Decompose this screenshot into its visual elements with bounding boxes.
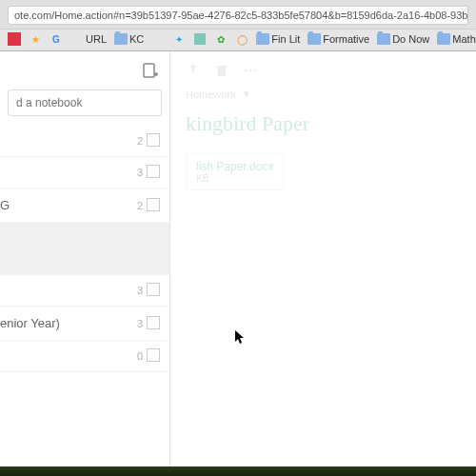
note-toolbar (186, 63, 461, 78)
svg-rect-0 (144, 64, 154, 77)
bookmark-label: URL (86, 33, 107, 45)
bookmark-item[interactable] (191, 31, 208, 47)
apple-red-icon (151, 32, 165, 46)
folder-icon (437, 32, 450, 46)
folder-icon (377, 32, 390, 46)
stack-icon (149, 135, 160, 147)
star-yellow-icon: ★ (29, 32, 42, 46)
svg-point-6 (249, 69, 252, 72)
stack-icon (149, 200, 160, 211)
stack-icon (149, 167, 160, 178)
search-wrap (0, 86, 169, 126)
app: 23G23enior Year)30 Homework ▾ kingbird P… (0, 51, 476, 474)
notebook-item[interactable] (0, 223, 169, 275)
notebook-count: 3 (137, 318, 143, 329)
stack-icon (149, 285, 160, 296)
address-bar[interactable]: ote.com/Home.action#n=39b51397-95ae-4276… (8, 6, 468, 25)
note-main: Homework ▾ kingbird Paper lish Paper.doc… (170, 51, 476, 474)
bookmark-item[interactable]: ◯ (233, 31, 250, 47)
address-row: ote.com/Home.action#n=39b51397-95ae-4276… (0, 0, 476, 29)
mouse-cursor (235, 330, 247, 348)
twitter-blue-icon: ✦ (172, 32, 186, 46)
bookmark-item[interactable] (149, 31, 167, 47)
svg-rect-4 (217, 66, 227, 68)
attachment-size: KB (196, 173, 273, 184)
stack-icon (149, 350, 160, 362)
notebook-count: 3 (137, 167, 143, 178)
bookmark-label: Math (452, 33, 475, 45)
attachment-card[interactable]: lish Paper.docx KB (186, 153, 284, 190)
bookmark-item[interactable]: URL (69, 31, 109, 47)
bookmark-label: Fin Lit (271, 33, 300, 45)
svg-point-7 (254, 69, 257, 72)
bookmark-item[interactable]: ✿ (212, 31, 229, 47)
note-header: Homework ▾ kingbird Paper lish Paper.doc… (170, 51, 476, 196)
bookmark-item[interactable] (6, 31, 23, 47)
notebook-item[interactable]: 3 (0, 275, 169, 307)
leaf-green-icon: ✿ (214, 32, 228, 46)
svg-rect-3 (218, 68, 226, 76)
stack-icon (149, 318, 160, 329)
trash-icon[interactable] (214, 63, 229, 78)
notebook-search-input[interactable] (8, 89, 162, 116)
circle-orange-icon: ◯ (235, 32, 248, 46)
notebook-label: G (0, 198, 10, 212)
notebook-item[interactable]: G2 (0, 188, 169, 223)
notebook-count: 2 (137, 200, 143, 211)
new-notebook-icon[interactable] (141, 61, 160, 80)
note-green-icon (193, 32, 207, 46)
notebook-count: 3 (137, 285, 143, 296)
notebook-item[interactable]: enior Year)3 (0, 307, 169, 341)
notebook-item[interactable]: 3 (0, 157, 169, 188)
bookmark-label: Do Now (392, 33, 429, 45)
bookmarks-bar: ★GURLKC✦✿◯Fin LitFormativeDo NowMathCPS (0, 29, 476, 50)
notebook-item[interactable]: 0 (0, 341, 169, 372)
notebook-meta: 3 (137, 318, 160, 329)
more-icon[interactable] (243, 63, 258, 78)
folder-icon (256, 32, 269, 46)
bookmark-item[interactable]: ✦ (170, 31, 188, 47)
bookmark-label: Formative (323, 33, 369, 45)
bookmark-item[interactable]: KC (112, 31, 146, 47)
desktop-background (0, 466, 476, 476)
notebook-list: 23G23enior Year)30 (0, 126, 169, 474)
note-title[interactable]: kingbird Paper (186, 111, 461, 136)
notebook-meta: 2 (137, 200, 160, 211)
folder-icon (307, 32, 321, 46)
bookmark-item[interactable]: Math (435, 31, 476, 47)
notebook-count: 0 (137, 350, 143, 362)
bookmark-item[interactable]: Do Now (375, 31, 431, 47)
google-multi-icon: G (50, 32, 63, 46)
notebook-crumb: Homework (186, 89, 236, 100)
attachment-name: lish Paper.docx (196, 160, 273, 173)
notebook-meta: 3 (137, 167, 160, 178)
bookmark-item[interactable]: Fin Lit (254, 31, 302, 47)
folder-icon (114, 32, 128, 46)
notebook-label: enior Year) (0, 316, 60, 330)
chevron-down-icon: ▾ (244, 88, 249, 100)
notebook-item[interactable]: 2 (0, 126, 169, 157)
notebook-count: 2 (137, 135, 143, 147)
sidebar-top (0, 51, 169, 86)
grid-red-icon (8, 32, 21, 46)
bookmark-item[interactable]: G (48, 31, 65, 47)
notebook-meta: 3 (137, 285, 160, 296)
text-icon (70, 32, 84, 46)
note-breadcrumb[interactable]: Homework ▾ (186, 88, 461, 100)
notebook-meta: 2 (137, 135, 160, 147)
notebook-meta: 0 (137, 350, 160, 362)
bookmark-item[interactable]: Formative (306, 31, 371, 47)
notebook-sidebar: 23G23enior Year)30 (0, 51, 170, 474)
svg-point-5 (245, 69, 248, 72)
bookmark-item[interactable]: ★ (27, 31, 44, 47)
browser-chrome: ote.com/Home.action#n=39b51397-95ae-4276… (0, 0, 476, 51)
bookmark-label: KC (129, 33, 144, 45)
share-icon[interactable] (186, 63, 201, 78)
